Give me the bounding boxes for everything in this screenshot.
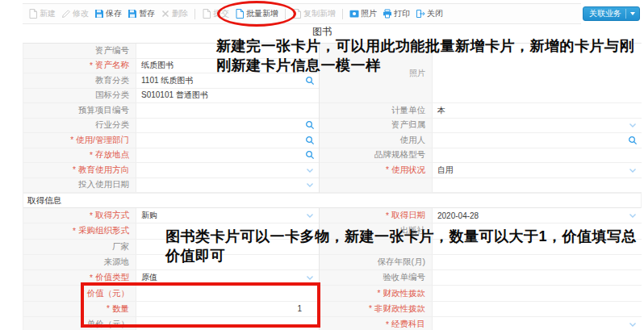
acquisition-section: *取得方式新购*采购组织形式厂家来源地*价值类型原值*价值（元）*数量1单价（元… (23, 208, 641, 330)
field-value[interactable]: 纸质图书 (136, 59, 319, 73)
form-row: 品牌规格型号 (320, 148, 642, 164)
field-label (320, 178, 433, 193)
field-value[interactable] (136, 223, 319, 238)
field-label: 单价（元） (23, 317, 136, 330)
related-business-button[interactable]: 关联业务 (583, 6, 640, 21)
basic-right-panel: 照片 计量单位本资产归属使用人品牌规格型号*使用状况自用 (320, 44, 642, 193)
field-value[interactable] (433, 148, 642, 163)
chevron-down-icon[interactable] (305, 165, 315, 175)
toolbar-button-label: 新建 (40, 8, 56, 19)
field-label: 使用人 (320, 133, 433, 148)
form-row: 预算项目编号 (23, 103, 319, 119)
field-value[interactable]: 1101 纸质图书 (136, 73, 319, 88)
save-draft-icon (128, 9, 137, 19)
form-row: *采购组织形式 (23, 223, 319, 239)
field-label: *存放地点 (23, 148, 136, 163)
search-icon[interactable] (305, 150, 315, 160)
form-row: 行业分类 (23, 119, 319, 134)
form-row: *非财政性拨款 (320, 302, 642, 317)
field-label: *教育使用方向 (23, 163, 136, 178)
form-row: 来源地 (23, 255, 319, 270)
field-value[interactable] (433, 302, 642, 316)
print-icon (383, 9, 392, 19)
submit-icon (202, 9, 211, 19)
field-value[interactable] (433, 178, 642, 193)
field-label: 预算项目编号 (23, 103, 136, 118)
field-value[interactable] (136, 163, 319, 178)
close-button[interactable]: 关闭 (414, 8, 445, 19)
field-value[interactable] (136, 119, 319, 133)
form-row: *存放地点 (23, 148, 319, 164)
field-value[interactable] (433, 286, 642, 300)
field-value[interactable] (136, 44, 319, 58)
batch-add-button[interactable]: 批量新增 (233, 8, 280, 19)
search-icon[interactable] (305, 120, 315, 130)
related-business-label: 关联业务 (589, 8, 621, 19)
field-value[interactable]: 新购 (136, 208, 319, 223)
toolbar-button-label: 打印 (394, 8, 410, 19)
field-value[interactable]: 本 (433, 103, 642, 118)
field-value[interactable] (433, 240, 642, 254)
photo-upload-area[interactable] (433, 44, 642, 102)
chevron-down-icon[interactable] (628, 211, 638, 220)
form-row: *资产名称纸质图书 (23, 59, 319, 74)
field-value[interactable] (136, 178, 319, 193)
form-row: 资产归属 (320, 119, 642, 134)
required-asterisk: * (90, 61, 93, 70)
search-icon[interactable] (305, 136, 315, 145)
toolbar-button-label: 保存 (106, 8, 122, 19)
chevron-down-icon[interactable] (305, 180, 315, 190)
toolbar-button-label: 复制新增 (303, 8, 336, 19)
form-row: *使用状况自用 (320, 163, 642, 178)
form-row: 使用人 (320, 133, 642, 148)
field-value[interactable]: 2020-04-28 (433, 208, 642, 223)
search-icon[interactable] (628, 136, 638, 145)
chevron-down-icon[interactable] (305, 211, 315, 220)
field-label (320, 240, 433, 254)
chevron-down-icon[interactable] (628, 320, 638, 329)
toolbar-divider (194, 9, 195, 19)
field-value[interactable] (136, 286, 319, 300)
submit-button: 提交 (200, 8, 231, 19)
field-label: 国标分类 (23, 89, 136, 103)
photo-button[interactable]: 照片 (348, 8, 378, 19)
save-button[interactable]: 保存 (93, 8, 123, 19)
form-row: 厂家 (23, 240, 319, 255)
page-title: 图书 (0, 25, 644, 39)
tempsave-button[interactable]: 暂存 (126, 8, 157, 19)
field-value[interactable]: 原值 (136, 270, 319, 285)
field-value[interactable] (136, 103, 319, 118)
field-value[interactable]: 1 (136, 302, 319, 316)
chevron-down-icon[interactable] (628, 120, 638, 130)
field-value[interactable] (433, 119, 642, 133)
field-value[interactable] (136, 317, 319, 330)
field-value[interactable] (433, 223, 642, 238)
field-value[interactable] (136, 240, 319, 254)
field-label: 计量单位 (320, 103, 433, 118)
field-value[interactable] (433, 270, 642, 285)
field-value[interactable] (136, 133, 319, 148)
chevron-down-icon[interactable] (628, 165, 638, 175)
field-label: *取得方式 (23, 208, 136, 223)
field-label: 资产归属 (320, 119, 433, 133)
form-row: 投入使用日期 (23, 178, 319, 194)
field-value[interactable] (433, 133, 642, 148)
toolbar-divider (342, 9, 343, 19)
field-value[interactable]: 自用 (433, 163, 642, 178)
field-label: 保存年限(月) (320, 255, 433, 269)
field-value[interactable] (136, 255, 319, 269)
form-row (320, 240, 642, 255)
search-icon[interactable] (305, 76, 315, 86)
print-button[interactable]: 打印 (381, 8, 412, 19)
button-divider (625, 9, 626, 19)
chevron-down-icon[interactable] (305, 273, 315, 282)
form-row: *取得日期2020-04-28 (320, 208, 642, 223)
field-value[interactable] (433, 255, 642, 269)
field-label: 投入使用日期 (23, 178, 136, 193)
field-label: 教育分类 (23, 73, 136, 88)
field-label: 验收单编号 (320, 270, 433, 285)
field-value[interactable] (136, 148, 319, 163)
chevron-down-icon[interactable] (305, 226, 315, 236)
field-value[interactable] (433, 317, 642, 330)
field-value[interactable]: S010101 普通图书 (136, 89, 319, 103)
